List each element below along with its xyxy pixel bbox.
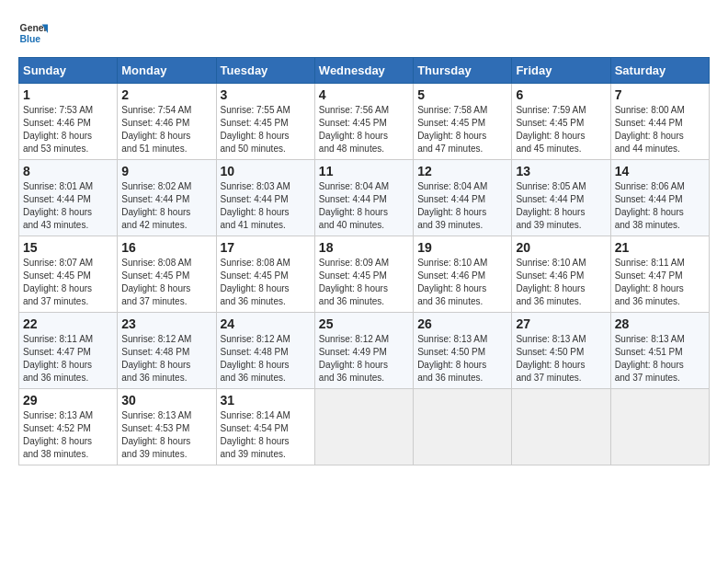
- day-number: 2: [121, 87, 211, 102]
- calendar-week-3: 15Sunrise: 8:07 AMSunset: 4:45 PMDayligh…: [19, 236, 710, 313]
- day-number: 15: [23, 240, 113, 255]
- day-info: Sunrise: 8:04 AMSunset: 4:44 PMDaylight:…: [417, 181, 487, 230]
- day-number: 23: [121, 316, 211, 331]
- day-number: 24: [221, 316, 311, 331]
- day-number: 27: [516, 316, 606, 331]
- day-info: Sunrise: 8:13 AMSunset: 4:51 PMDaylight:…: [615, 334, 685, 383]
- calendar-cell: 19Sunrise: 8:10 AMSunset: 4:46 PMDayligh…: [414, 236, 512, 313]
- weekday-wednesday: Wednesday: [314, 58, 413, 84]
- weekday-saturday: Saturday: [610, 58, 709, 84]
- calendar-cell: 2Sunrise: 7:54 AMSunset: 4:46 PMDaylight…: [118, 84, 216, 160]
- day-info: Sunrise: 7:59 AMSunset: 4:45 PMDaylight:…: [516, 105, 586, 154]
- day-number: 4: [319, 87, 409, 102]
- day-info: Sunrise: 8:10 AMSunset: 4:46 PMDaylight:…: [516, 258, 586, 306]
- calendar-table: SundayMondayTuesdayWednesdayThursdayFrid…: [18, 57, 710, 465]
- calendar-cell: 17Sunrise: 8:08 AMSunset: 4:45 PMDayligh…: [216, 236, 314, 313]
- day-number: 31: [221, 393, 311, 408]
- day-info: Sunrise: 7:53 AMSunset: 4:46 PMDaylight:…: [23, 105, 93, 154]
- calendar-cell: 10Sunrise: 8:03 AMSunset: 4:44 PMDayligh…: [216, 160, 314, 236]
- day-number: 25: [319, 316, 409, 331]
- day-info: Sunrise: 8:01 AMSunset: 4:44 PMDaylight:…: [23, 181, 93, 230]
- logo: General Blue: [18, 18, 48, 48]
- calendar-cell: 4Sunrise: 7:56 AMSunset: 4:45 PMDaylight…: [314, 84, 413, 160]
- day-info: Sunrise: 8:11 AMSunset: 4:47 PMDaylight:…: [615, 258, 685, 306]
- day-number: 19: [417, 240, 507, 255]
- day-number: 5: [417, 87, 507, 102]
- calendar-cell: 16Sunrise: 8:08 AMSunset: 4:45 PMDayligh…: [118, 236, 216, 313]
- calendar-cell: 24Sunrise: 8:12 AMSunset: 4:48 PMDayligh…: [216, 313, 314, 389]
- day-number: 1: [23, 87, 113, 102]
- day-info: Sunrise: 8:10 AMSunset: 4:46 PMDaylight:…: [417, 258, 487, 306]
- day-info: Sunrise: 8:08 AMSunset: 4:45 PMDaylight:…: [221, 258, 290, 306]
- day-number: 28: [615, 316, 705, 331]
- calendar-week-4: 22Sunrise: 8:11 AMSunset: 4:47 PMDayligh…: [19, 313, 710, 389]
- day-info: Sunrise: 8:07 AMSunset: 4:45 PMDaylight:…: [23, 258, 93, 306]
- day-number: 13: [516, 164, 606, 178]
- day-info: Sunrise: 7:54 AMSunset: 4:46 PMDaylight:…: [121, 105, 191, 154]
- day-info: Sunrise: 8:00 AMSunset: 4:44 PMDaylight:…: [615, 105, 685, 154]
- weekday-friday: Friday: [512, 58, 610, 84]
- day-number: 20: [516, 240, 606, 255]
- calendar-cell: 5Sunrise: 7:58 AMSunset: 4:45 PMDaylight…: [414, 84, 512, 160]
- day-info: Sunrise: 8:08 AMSunset: 4:45 PMDaylight:…: [121, 258, 191, 306]
- day-info: Sunrise: 7:58 AMSunset: 4:45 PMDaylight:…: [417, 105, 487, 154]
- day-number: 6: [516, 87, 606, 102]
- day-info: Sunrise: 8:12 AMSunset: 4:48 PMDaylight:…: [121, 334, 191, 383]
- calendar-cell: 11Sunrise: 8:04 AMSunset: 4:44 PMDayligh…: [314, 160, 413, 236]
- day-info: Sunrise: 7:55 AMSunset: 4:45 PMDaylight:…: [221, 105, 290, 154]
- day-number: 26: [417, 316, 507, 331]
- calendar-cell: 18Sunrise: 8:09 AMSunset: 4:45 PMDayligh…: [314, 236, 413, 313]
- calendar-cell: 29Sunrise: 8:13 AMSunset: 4:52 PMDayligh…: [19, 389, 118, 465]
- calendar-cell: 22Sunrise: 8:11 AMSunset: 4:47 PMDayligh…: [19, 313, 118, 389]
- calendar-cell: 30Sunrise: 8:13 AMSunset: 4:53 PMDayligh…: [118, 389, 216, 465]
- day-number: 21: [615, 240, 705, 255]
- calendar-cell: 9Sunrise: 8:02 AMSunset: 4:44 PMDaylight…: [118, 160, 216, 236]
- calendar-cell: 13Sunrise: 8:05 AMSunset: 4:44 PMDayligh…: [512, 160, 610, 236]
- logo-icon: General Blue: [18, 18, 48, 48]
- day-number: 22: [23, 316, 113, 331]
- calendar-cell: 12Sunrise: 8:04 AMSunset: 4:44 PMDayligh…: [414, 160, 512, 236]
- day-info: Sunrise: 8:13 AMSunset: 4:53 PMDaylight:…: [121, 410, 191, 459]
- day-info: Sunrise: 8:13 AMSunset: 4:50 PMDaylight:…: [516, 334, 586, 383]
- calendar-cell: 21Sunrise: 8:11 AMSunset: 4:47 PMDayligh…: [610, 236, 709, 313]
- calendar-cell: 26Sunrise: 8:13 AMSunset: 4:50 PMDayligh…: [414, 313, 512, 389]
- calendar-body: 1Sunrise: 7:53 AMSunset: 4:46 PMDaylight…: [19, 84, 710, 465]
- calendar-cell: 8Sunrise: 8:01 AMSunset: 4:44 PMDaylight…: [19, 160, 118, 236]
- day-info: Sunrise: 8:04 AMSunset: 4:44 PMDaylight:…: [319, 181, 389, 230]
- day-info: Sunrise: 8:02 AMSunset: 4:44 PMDaylight:…: [121, 181, 191, 230]
- calendar-cell: [414, 389, 512, 465]
- calendar-cell: 23Sunrise: 8:12 AMSunset: 4:48 PMDayligh…: [118, 313, 216, 389]
- calendar-cell: 28Sunrise: 8:13 AMSunset: 4:51 PMDayligh…: [610, 313, 709, 389]
- day-info: Sunrise: 8:13 AMSunset: 4:52 PMDaylight:…: [23, 410, 93, 459]
- day-number: 8: [23, 164, 113, 178]
- weekday-header-row: SundayMondayTuesdayWednesdayThursdayFrid…: [19, 58, 710, 84]
- calendar-week-5: 29Sunrise: 8:13 AMSunset: 4:52 PMDayligh…: [19, 389, 710, 465]
- day-number: 29: [23, 393, 113, 408]
- calendar-week-2: 8Sunrise: 8:01 AMSunset: 4:44 PMDaylight…: [19, 160, 710, 236]
- weekday-tuesday: Tuesday: [216, 58, 314, 84]
- calendar-cell: 31Sunrise: 8:14 AMSunset: 4:54 PMDayligh…: [216, 389, 314, 465]
- day-info: Sunrise: 8:03 AMSunset: 4:44 PMDaylight:…: [221, 181, 290, 230]
- day-number: 12: [417, 164, 507, 178]
- calendar-cell: 14Sunrise: 8:06 AMSunset: 4:44 PMDayligh…: [610, 160, 709, 236]
- header: General Blue: [18, 18, 710, 48]
- day-number: 3: [221, 87, 311, 102]
- day-info: Sunrise: 8:12 AMSunset: 4:49 PMDaylight:…: [319, 334, 389, 383]
- day-info: Sunrise: 7:56 AMSunset: 4:45 PMDaylight:…: [319, 105, 389, 154]
- calendar-cell: 3Sunrise: 7:55 AMSunset: 4:45 PMDaylight…: [216, 84, 314, 160]
- day-info: Sunrise: 8:13 AMSunset: 4:50 PMDaylight:…: [417, 334, 487, 383]
- calendar-cell: 15Sunrise: 8:07 AMSunset: 4:45 PMDayligh…: [19, 236, 118, 313]
- calendar-cell: [610, 389, 709, 465]
- weekday-monday: Monday: [118, 58, 216, 84]
- day-number: 18: [319, 240, 409, 255]
- day-number: 9: [121, 164, 211, 178]
- day-number: 16: [121, 240, 211, 255]
- day-info: Sunrise: 8:14 AMSunset: 4:54 PMDaylight:…: [221, 410, 290, 459]
- calendar-cell: 7Sunrise: 8:00 AMSunset: 4:44 PMDaylight…: [610, 84, 709, 160]
- day-number: 10: [221, 164, 311, 178]
- day-info: Sunrise: 8:05 AMSunset: 4:44 PMDaylight:…: [516, 181, 586, 230]
- weekday-sunday: Sunday: [19, 58, 118, 84]
- calendar-cell: 25Sunrise: 8:12 AMSunset: 4:49 PMDayligh…: [314, 313, 413, 389]
- day-info: Sunrise: 8:11 AMSunset: 4:47 PMDaylight:…: [23, 334, 93, 383]
- svg-text:Blue: Blue: [20, 34, 41, 44]
